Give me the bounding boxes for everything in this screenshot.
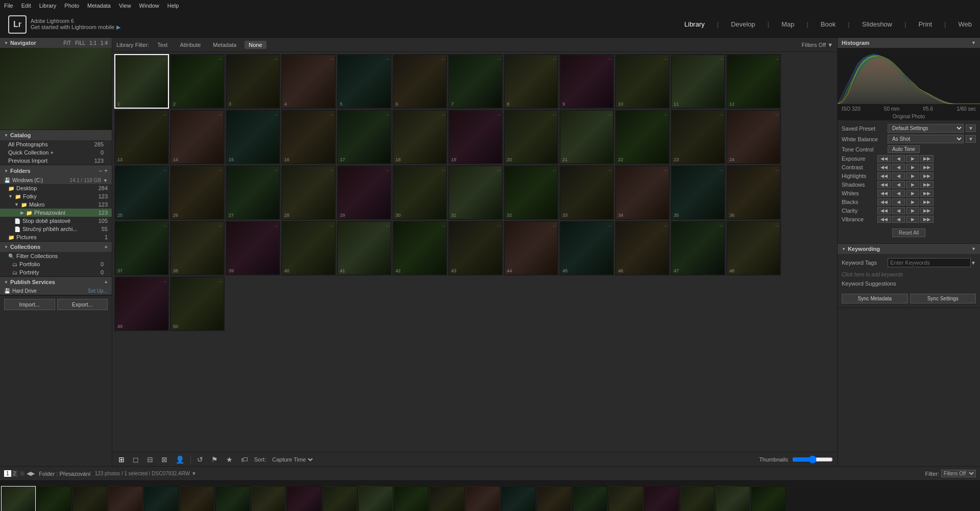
- whites-decbig[interactable]: ◀◀: [877, 190, 891, 197]
- photo-thumb[interactable]: 24...: [726, 110, 781, 164]
- filter-attribute[interactable]: Attribute: [176, 41, 205, 49]
- photo-thumb[interactable]: 29...: [337, 165, 391, 220]
- filter-text[interactable]: Text: [153, 41, 172, 49]
- filmstrip-thumb[interactable]: [287, 486, 322, 512]
- shadows-incbig[interactable]: ▶▶: [920, 181, 934, 188]
- saved-preset-select[interactable]: Default Settings: [888, 124, 964, 133]
- highlights-dec[interactable]: ◀: [892, 172, 905, 180]
- photo-thumb[interactable]: 11...: [671, 54, 725, 109]
- white-balance-arrow[interactable]: ▼: [966, 135, 976, 143]
- menu-library[interactable]: Library: [39, 3, 57, 9]
- collection-portrety[interactable]: 🗂 Portréty 0: [0, 268, 112, 276]
- photo-thumb[interactable]: 5...: [337, 54, 391, 109]
- clarity-inc[interactable]: ▶: [906, 207, 919, 214]
- filmstrip-thumb[interactable]: [501, 486, 536, 512]
- export-button[interactable]: Export...: [57, 299, 108, 310]
- publish-services-add[interactable]: +: [105, 279, 108, 285]
- tab-library[interactable]: Library: [684, 20, 705, 28]
- filmstrip-thumb[interactable]: [430, 486, 464, 512]
- sync-metadata-button[interactable]: Sync Metadata: [842, 294, 908, 303]
- nav-1-4[interactable]: 1:4: [101, 40, 108, 46]
- photo-thumb[interactable]: 30...: [393, 165, 447, 220]
- view-loupe-button[interactable]: ◻: [131, 454, 141, 465]
- menu-help[interactable]: Help: [167, 3, 179, 9]
- menu-view[interactable]: View: [119, 3, 131, 9]
- filmstrip-thumb[interactable]: [72, 486, 107, 512]
- filmstrip-thumb[interactable]: [608, 486, 643, 512]
- photo-thumb[interactable]: 14...: [170, 110, 225, 164]
- view-compare-button[interactable]: ⊟: [145, 454, 155, 465]
- photo-thumb[interactable]: 19...: [448, 110, 503, 164]
- thumbnail-size-slider[interactable]: [792, 455, 833, 464]
- nav-next[interactable]: ▶: [31, 470, 35, 477]
- vibrance-incbig[interactable]: ▶▶: [920, 216, 934, 223]
- photo-thumb[interactable]: 12...: [726, 54, 781, 109]
- drive-icon-btn[interactable]: ▼: [103, 178, 108, 183]
- photo-thumb[interactable]: 13...: [114, 110, 169, 164]
- photo-thumb[interactable]: 4...: [281, 54, 336, 109]
- page-1[interactable]: 1: [4, 470, 11, 477]
- filmstrip-thumb[interactable]: [465, 486, 500, 512]
- tab-web[interactable]: Web: [959, 20, 972, 28]
- photo-thumb[interactable]: 28...: [281, 165, 336, 220]
- star-button[interactable]: ★: [224, 454, 235, 465]
- import-button[interactable]: Import...: [4, 299, 55, 310]
- contrast-inc[interactable]: ▶: [906, 164, 919, 171]
- highlights-inc[interactable]: ▶: [906, 172, 919, 180]
- filter-select[interactable]: Filters Off Flagged Unflagged: [941, 470, 976, 477]
- exposure-inc[interactable]: ▶: [906, 155, 919, 162]
- filmstrip-thumb[interactable]: [323, 486, 357, 512]
- photo-thumb[interactable]: 37...: [114, 221, 169, 275]
- view-people-button[interactable]: 👤: [174, 454, 186, 465]
- photo-thumb[interactable]: 48...: [726, 221, 781, 275]
- vibrance-inc[interactable]: ▶: [906, 216, 919, 223]
- collections-add[interactable]: +: [105, 244, 108, 250]
- photo-thumb[interactable]: 21...: [559, 110, 614, 164]
- folder-desktop[interactable]: 📁 Desktop 284: [0, 184, 112, 192]
- reset-all-button[interactable]: Reset All: [892, 228, 925, 237]
- flag-button[interactable]: ⚑: [209, 454, 220, 465]
- photo-thumb[interactable]: 34...: [615, 165, 670, 220]
- photo-thumb[interactable]: 1...: [114, 54, 169, 109]
- rotate-left-button[interactable]: ↺: [195, 454, 205, 465]
- view-grid-button[interactable]: ⊞: [116, 454, 127, 465]
- photo-grid[interactable]: 1...2...3...4...5...6...7...8...9...10..…: [112, 52, 837, 452]
- clarity-dec[interactable]: ◀: [892, 207, 905, 214]
- hard-drive-setup[interactable]: Set Up...: [88, 288, 108, 294]
- photo-thumb[interactable]: 3...: [226, 54, 280, 109]
- photo-thumb[interactable]: 6...: [393, 54, 447, 109]
- filters-off-label[interactable]: Filters Off ▼: [802, 42, 833, 48]
- tab-map[interactable]: Map: [781, 20, 794, 28]
- exposure-incbig[interactable]: ▶▶: [920, 155, 934, 162]
- histogram-header[interactable]: Histogram ▼: [838, 38, 980, 48]
- white-balance-select[interactable]: As Shot Auto Daylight Cloudy: [888, 135, 964, 143]
- photo-thumb[interactable]: 31...: [448, 165, 503, 220]
- blacks-inc[interactable]: ▶: [906, 198, 919, 206]
- tab-slideshow[interactable]: Slideshow: [862, 20, 892, 28]
- folder-makro[interactable]: ▼ 📁 Makro 123: [0, 200, 112, 209]
- filmstrip-thumb[interactable]: [680, 486, 715, 512]
- filmstrip-thumb[interactable]: [573, 486, 607, 512]
- clarity-incbig[interactable]: ▶▶: [920, 207, 934, 214]
- contrast-decbig[interactable]: ◀◀: [877, 164, 891, 171]
- navigator-header[interactable]: ▼ Navigator FIT FILL 1:1 1:4: [0, 38, 112, 48]
- menu-photo[interactable]: Photo: [64, 3, 79, 9]
- view-survey-button[interactable]: ⊠: [159, 454, 169, 465]
- filmstrip-thumb[interactable]: [716, 486, 750, 512]
- exposure-dec[interactable]: ◀: [892, 155, 905, 162]
- photo-thumb[interactable]: 16...: [281, 110, 336, 164]
- photo-thumb[interactable]: 25...: [114, 165, 169, 220]
- photo-thumb[interactable]: 49...: [114, 276, 169, 331]
- photo-thumb[interactable]: 46...: [615, 221, 670, 275]
- photo-thumb[interactable]: 20...: [504, 110, 558, 164]
- photo-thumb[interactable]: 15...: [226, 110, 280, 164]
- sync-settings-button[interactable]: Sync Settings: [910, 294, 976, 303]
- filmstrip-thumb[interactable]: [644, 486, 679, 512]
- filmstrip-thumb[interactable]: [394, 486, 429, 512]
- photo-thumb[interactable]: 10...: [615, 54, 670, 109]
- contrast-incbig[interactable]: ▶▶: [920, 164, 934, 171]
- publish-services-header[interactable]: ▼ Publish Services +: [0, 277, 112, 287]
- photo-thumb[interactable]: 45...: [559, 221, 614, 275]
- photo-thumb[interactable]: 35...: [671, 165, 725, 220]
- color-label-button[interactable]: 🏷: [239, 454, 250, 465]
